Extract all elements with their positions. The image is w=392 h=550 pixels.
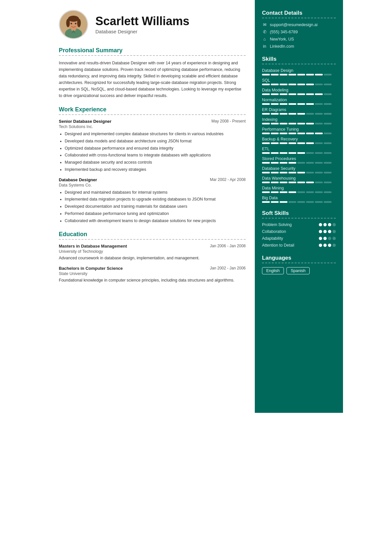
skill-bar	[262, 84, 336, 85]
edu-desc: Foundational knowledge in computer scien…	[59, 277, 246, 283]
skill-segment	[306, 191, 314, 193]
skill-segment	[262, 201, 270, 203]
education-section: Education Masters in Database Management…	[59, 231, 246, 283]
job-bullet: Designed and maintained databases for in…	[65, 189, 246, 196]
skill-segment	[324, 142, 332, 144]
skill-segment	[315, 113, 323, 115]
soft-skill-row: Collaboration	[262, 229, 336, 234]
skill-segment	[271, 162, 279, 164]
skill-bar	[262, 172, 336, 173]
skill-segment	[324, 172, 332, 173]
skill-segment	[262, 84, 270, 85]
skill-segment	[306, 84, 314, 85]
contact-icon: in	[262, 44, 267, 49]
edu-header: Bachelors in Computer Science Jan 2002 -…	[59, 266, 246, 271]
soft-skills-container: Problem Solving Collaboration Adaptabili…	[262, 222, 336, 248]
soft-skill-dot	[323, 237, 327, 240]
skill-segment	[315, 74, 323, 75]
svg-point-5	[66, 19, 70, 27]
skill-segment	[262, 93, 270, 95]
skill-segment	[288, 191, 296, 193]
soft-skill-dot	[323, 244, 327, 247]
skill-segment	[297, 152, 305, 154]
skill-name: Performance Tuning	[262, 127, 336, 132]
skill-segment	[297, 201, 305, 203]
skill-segment	[315, 103, 323, 105]
skill-segment	[280, 162, 287, 164]
skill-segment	[324, 182, 332, 183]
job-bullet: Performed database performance tuning an…	[65, 211, 246, 217]
skill-segment	[297, 191, 305, 193]
skill-segment	[324, 152, 332, 154]
skill-segment	[288, 74, 296, 75]
skill-segment	[324, 191, 332, 193]
avatar	[59, 10, 88, 39]
contact-text: (555) 345-6789	[270, 30, 298, 34]
skill-segment	[315, 93, 323, 95]
soft-skill-dot	[333, 230, 336, 233]
skill-segment	[271, 113, 279, 115]
skill-segment	[271, 84, 279, 85]
skill-segment	[288, 142, 296, 144]
contact-item: ✉ support@resumedesign.ai	[262, 22, 336, 27]
contact-item: ✆ (555) 345-6789	[262, 29, 336, 34]
language-tags: EnglishSpanish	[262, 267, 336, 274]
skill-bar	[262, 201, 336, 203]
soft-skill-name: Attention to Detail	[262, 243, 294, 248]
skill-name: Data Warehousing	[262, 176, 336, 181]
work-divider	[59, 114, 246, 115]
soft-skill-dot	[323, 223, 327, 226]
soft-skills-section: Soft Skills Problem Solving Collaboratio…	[262, 210, 336, 248]
skill-segment	[324, 123, 332, 124]
soft-skill-dot	[319, 237, 322, 240]
skill-bar	[262, 74, 336, 75]
skill-row: ETL	[262, 147, 336, 154]
skill-segment	[262, 182, 270, 183]
candidate-name: Scarlett Williams	[95, 15, 189, 28]
soft-skill-dot	[328, 223, 331, 226]
skill-row: SQL	[262, 78, 336, 85]
edu-school: University of Technology	[59, 249, 246, 254]
contact-icon: ✉	[262, 22, 267, 27]
skill-segment	[297, 162, 305, 164]
skill-segment	[288, 172, 296, 173]
skill-bar	[262, 191, 336, 193]
soft-skill-name: Problem Solving	[262, 222, 292, 227]
soft-skills-title: Soft Skills	[262, 210, 336, 217]
skill-segment	[306, 182, 314, 183]
skill-segment	[280, 93, 287, 95]
skill-segment	[297, 74, 305, 75]
soft-skill-dot	[328, 244, 331, 247]
work-experience-title: Work Experience	[59, 106, 246, 113]
skill-segment	[306, 93, 314, 95]
skill-row: Backup & Recovery	[262, 137, 336, 144]
skill-segment	[297, 142, 305, 144]
skill-segment	[315, 162, 323, 164]
job-company: Data Systems Co.	[59, 183, 246, 187]
skill-segment	[288, 103, 296, 105]
skill-segment	[262, 142, 270, 144]
left-column: Scarlett Williams Database Designer Prof…	[49, 0, 255, 413]
job-date: Mar 2002 - Apr 2008	[210, 177, 246, 182]
skill-segment	[306, 152, 314, 154]
job-entry: Senior Database Designer May 2008 - Pres…	[59, 119, 246, 173]
soft-skill-dot	[323, 230, 327, 233]
skill-segment	[271, 93, 279, 95]
skill-segment	[324, 74, 332, 75]
soft-skill-dot	[333, 237, 336, 240]
skill-row: Big Data	[262, 196, 336, 203]
soft-skill-dot	[319, 230, 322, 233]
job-date: May 2008 - Present	[211, 119, 246, 123]
skill-segment	[297, 133, 305, 134]
education-divider	[59, 239, 246, 240]
edu-date: Jan 2006 - Jan 2008	[210, 244, 246, 249]
skill-name: ETL	[262, 147, 336, 151]
skill-segment	[271, 103, 279, 105]
job-bullet: Implemented backup and recovery strategi…	[65, 167, 246, 173]
skill-segment	[324, 84, 332, 85]
skill-row: Data Mining	[262, 186, 336, 193]
contact-icon: ✆	[262, 29, 267, 34]
job-header: Senior Database Designer May 2008 - Pres…	[59, 119, 246, 124]
job-company: Tech Solutions Inc.	[59, 124, 246, 129]
contact-divider	[262, 18, 336, 18]
